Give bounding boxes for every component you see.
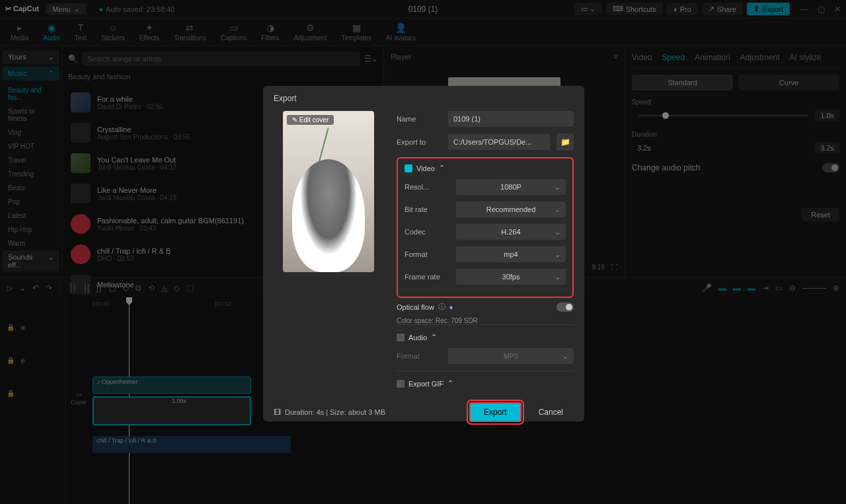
cover-preview: ✎ Edit cover <box>283 111 374 272</box>
export-modal: Export ✎ Edit cover Name Export to 📁 Vid… <box>263 86 584 421</box>
chevron-up-icon[interactable]: ⌃ <box>439 164 445 172</box>
browse-folder-button[interactable]: 📁 <box>557 133 574 151</box>
audio-format-select[interactable]: MP3 <box>448 348 574 364</box>
codec-select[interactable]: H.264 <box>456 224 566 240</box>
modal-export-button[interactable]: Export <box>469 402 521 422</box>
film-icon: 🎞 <box>274 408 281 416</box>
export-to-label: Export to <box>397 138 442 146</box>
chevron-up-icon[interactable]: ⌃ <box>431 333 437 342</box>
export-info: Duration: 4s | Size: about 3 MB <box>285 408 385 416</box>
info-icon[interactable]: ⓘ <box>438 302 445 312</box>
gif-section-label: Export GIF <box>408 380 443 388</box>
folder-icon: 📁 <box>560 137 570 147</box>
resolution-select[interactable]: 1080P <box>456 179 566 195</box>
audio-checkbox[interactable] <box>397 334 404 342</box>
video-section-label: Video <box>416 164 435 172</box>
pro-icon: ♦ <box>449 303 453 311</box>
optical-flow-toggle[interactable] <box>557 303 574 312</box>
export-path-input[interactable] <box>448 134 550 150</box>
chevron-up-icon[interactable]: ⌃ <box>447 379 453 388</box>
gif-checkbox[interactable] <box>397 380 404 388</box>
optical-flow-label: Optical flow <box>397 303 434 311</box>
framerate-select[interactable]: 30fps <box>456 269 566 285</box>
modal-title: Export <box>263 86 584 111</box>
color-space-info: Color space: Rec. 709 SDR <box>397 317 574 324</box>
name-input[interactable] <box>448 111 574 127</box>
video-export-section: Video ⌃ Resol...1080P Bit rateRecommende… <box>397 157 574 298</box>
name-label: Name <box>397 115 442 123</box>
edit-cover-button[interactable]: ✎ Edit cover <box>287 115 334 125</box>
modal-cancel-button[interactable]: Cancel <box>528 404 574 421</box>
format-select[interactable]: mp4 <box>456 246 566 262</box>
audio-section-label: Audio <box>408 334 427 342</box>
bitrate-select[interactable]: Recommended <box>456 201 566 217</box>
video-checkbox[interactable] <box>404 164 412 172</box>
